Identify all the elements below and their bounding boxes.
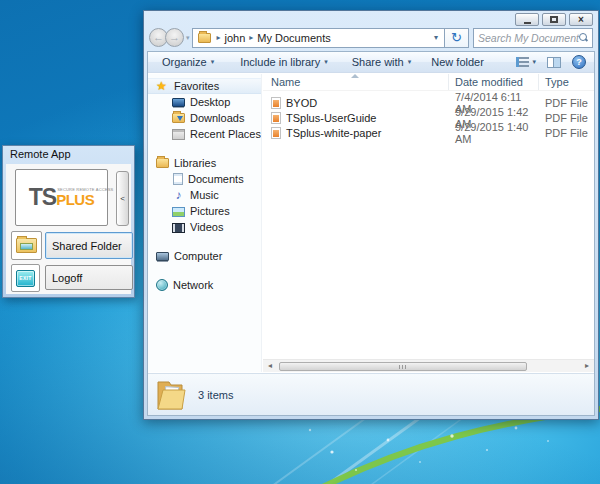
file-row[interactable]: BYOD 7/4/2014 6:11 AM PDF File — [263, 95, 594, 110]
logo-ts-text: TS — [29, 186, 56, 209]
organize-label: Organize — [162, 56, 207, 68]
recent-pages-dropdown[interactable]: ▾ — [186, 34, 190, 42]
recent-places-icon — [172, 129, 185, 140]
sidebar-label: Computer — [174, 250, 222, 262]
minimize-button[interactable] — [515, 13, 539, 26]
file-list: Name Date modified Type BYOD 7/4/2014 6:… — [263, 74, 594, 359]
tsplus-logo-panel: TS SECURE REMOTE ACCESS PLUS — [15, 169, 108, 226]
breadcrumb-item-john[interactable]: john — [225, 32, 246, 44]
sidebar-item-computer[interactable]: Computer — [148, 248, 261, 264]
sidebar-label: Network — [173, 279, 213, 291]
breadcrumb-separator-icon: ▸ — [217, 33, 221, 42]
new-folder-button[interactable]: New folder — [425, 54, 490, 70]
file-row[interactable]: TSplus-UserGuide 9/29/2015 1:42 AM PDF F… — [263, 110, 594, 125]
explorer-window: × ← → ▾ ▸ john ▸ My Documents ▾ ↻ Organi… — [143, 10, 599, 420]
share-with-label: Share with — [352, 56, 404, 68]
file-type-cell: PDF File — [539, 97, 594, 109]
horizontal-scrollbar[interactable]: ◂ ▸ — [263, 359, 594, 372]
logo-tagline: SECURE REMOTE ACCESS — [57, 187, 113, 192]
sidebar-spacer — [148, 264, 261, 277]
scroll-left-arrow[interactable]: ◂ — [263, 360, 277, 372]
breadcrumb-separator-icon: ▸ — [249, 33, 253, 42]
logo-plus-wrap: SECURE REMOTE ACCESS PLUS — [56, 192, 94, 207]
sidebar-item-downloads[interactable]: Downloads — [148, 110, 261, 126]
file-name-cell: TSplus-white-paper — [263, 127, 449, 139]
chevron-down-icon: ▾ — [532, 58, 536, 66]
documents-icon — [173, 173, 183, 185]
shared-folder-icon — [16, 238, 37, 253]
sidebar-label: Libraries — [174, 157, 216, 169]
maximize-button[interactable] — [542, 13, 566, 26]
file-name: TSplus-white-paper — [286, 127, 381, 139]
navigation-pane: ★ Favorites Desktop Downloads Recent Pla… — [148, 74, 262, 372]
tsplus-logo: TS SECURE REMOTE ACCESS PLUS — [29, 186, 94, 209]
file-name: BYOD — [286, 97, 317, 109]
libraries-icon — [156, 158, 169, 168]
explorer-client-area: Organize ▾ Include in library ▾ Share wi… — [147, 51, 595, 416]
collapse-panel-button[interactable]: < — [116, 171, 129, 226]
file-name-cell: BYOD — [263, 97, 449, 109]
close-button[interactable]: × — [569, 13, 593, 26]
share-with-button[interactable]: Share with ▾ — [346, 54, 418, 70]
shared-folder-button[interactable]: Shared Folder — [45, 232, 133, 259]
chevron-down-icon: ▾ — [408, 58, 412, 66]
sidebar-label: Documents — [188, 173, 244, 185]
shared-folder-icon-button[interactable] — [11, 231, 42, 260]
column-header-type[interactable]: Type — [539, 74, 594, 90]
include-in-library-button[interactable]: Include in library ▾ — [234, 54, 334, 70]
remote-app-body: TS SECURE REMOTE ACCESS PLUS < Shared Fo… — [6, 164, 131, 294]
sort-ascending-icon — [351, 74, 359, 78]
command-toolbar: Organize ▾ Include in library ▾ Share wi… — [148, 52, 594, 73]
sidebar-item-pictures[interactable]: Pictures — [148, 203, 261, 219]
downloads-folder-icon — [172, 113, 185, 123]
logoff-icon-button[interactable]: EXIT — [11, 264, 40, 292]
remote-app-window: Remote App TS SECURE REMOTE ACCESS PLUS … — [2, 145, 135, 298]
file-row[interactable]: TSplus-white-paper 9/29/2015 1:40 AM PDF… — [263, 125, 594, 140]
sidebar-label: Recent Places — [190, 128, 261, 140]
sidebar-label: Favorites — [174, 80, 219, 92]
pdf-file-icon — [271, 112, 281, 124]
help-button[interactable]: ? — [572, 55, 586, 69]
sidebar-label: Videos — [190, 221, 223, 233]
sidebar-item-documents[interactable]: Documents — [148, 171, 261, 187]
breadcrumb-item-my-documents[interactable]: My Documents — [257, 32, 330, 44]
sidebar-item-recent-places[interactable]: Recent Places — [148, 126, 261, 142]
breadcrumb[interactable]: ▸ john ▸ My Documents ▾ — [192, 28, 445, 48]
refresh-button[interactable]: ↻ — [445, 28, 469, 48]
preview-pane-button[interactable] — [547, 57, 561, 68]
music-note-icon: ♪ — [172, 190, 185, 201]
address-bar: ← → ▾ ▸ john ▸ My Documents ▾ ↻ — [149, 27, 593, 48]
forward-button[interactable]: → — [165, 28, 184, 47]
search-icon[interactable] — [579, 33, 588, 42]
search-input[interactable] — [478, 32, 579, 44]
sidebar-item-libraries[interactable]: Libraries — [148, 155, 261, 171]
column-header-date-modified[interactable]: Date modified — [449, 74, 539, 90]
change-view-button[interactable]: ▾ — [516, 57, 536, 67]
sidebar-item-desktop[interactable]: Desktop — [148, 94, 261, 110]
open-folder-icon — [156, 378, 186, 412]
sidebar-label: Pictures — [190, 205, 230, 217]
sidebar-item-videos[interactable]: Videos — [148, 219, 261, 235]
logoff-button[interactable]: Logoff — [45, 265, 133, 290]
scroll-right-arrow[interactable]: ▸ — [580, 360, 594, 372]
sidebar-item-favorites[interactable]: ★ Favorites — [148, 78, 261, 94]
sidebar-label: Desktop — [190, 96, 230, 108]
sidebar-spacer — [148, 235, 261, 248]
file-type-cell: PDF File — [539, 127, 594, 139]
scrollbar-thumb[interactable] — [279, 362, 527, 371]
folder-icon — [198, 33, 211, 43]
sidebar-item-music[interactable]: ♪ Music — [148, 187, 261, 203]
window-controls: × — [515, 13, 593, 26]
sidebar-label: Music — [190, 189, 219, 201]
sidebar-spacer — [148, 142, 261, 155]
network-icon — [156, 279, 168, 291]
pdf-file-icon — [271, 127, 281, 139]
pdf-file-icon — [271, 97, 281, 109]
sidebar-label: Downloads — [190, 112, 244, 124]
sidebar-item-network[interactable]: Network — [148, 277, 261, 293]
organize-button[interactable]: Organize ▾ — [156, 54, 220, 70]
address-dropdown-icon[interactable]: ▾ — [431, 33, 441, 42]
details-pane: 3 items — [148, 373, 594, 415]
views-icon — [516, 57, 529, 67]
maximize-icon — [550, 16, 558, 23]
